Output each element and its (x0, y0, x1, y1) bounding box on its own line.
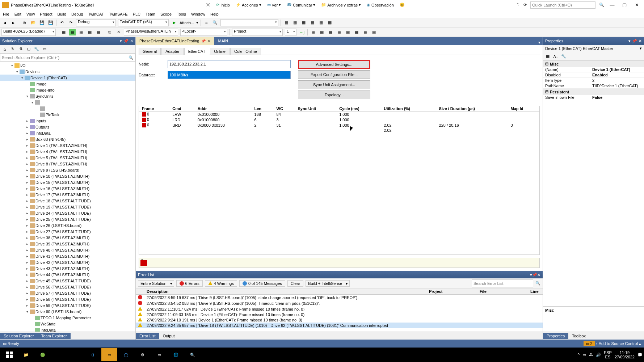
app-icon-1[interactable]: ▶ (51, 348, 67, 361)
tree-node[interactable]: ▸Drive 27 (TW.LSST.ALTITUDE) (0, 228, 135, 235)
tray-battery-icon[interactable]: ▭ (582, 353, 586, 357)
nav-fwd-icon[interactable]: ► (10, 20, 17, 26)
menu-project[interactable]: Project (40, 12, 52, 16)
attach-button[interactable]: Attach... (180, 21, 194, 25)
saveall-icon[interactable]: 💾 (47, 20, 54, 26)
tree-node[interactable]: ▸Inputs (0, 118, 135, 124)
ver-button[interactable]: ▭Ver▾ (265, 2, 283, 8)
tree-node[interactable]: ▾ (0, 99, 135, 105)
tray-up-icon[interactable]: ^ (578, 353, 580, 357)
tree-node[interactable]: ▸InfoData (0, 130, 135, 136)
scope-combo[interactable]: Project (232, 29, 283, 36)
menu-debug[interactable]: Debug (71, 12, 83, 16)
tab-toolbox[interactable]: Toolbox (568, 333, 589, 339)
error-row[interactable]: 27/09/2022 9:24:10 191 ms | Device 1 (Et… (136, 317, 543, 323)
datarate-input[interactable] (168, 71, 291, 79)
vscode-icon[interactable]: ⟨⟩ (85, 348, 101, 361)
prop-categorized-icon[interactable]: ▦ (544, 53, 551, 60)
error-pin-icon[interactable]: 📌 (532, 273, 537, 277)
explorer-icon[interactable]: 📁 (18, 348, 34, 361)
tab-ethercat[interactable]: EtherCAT (184, 48, 209, 55)
tb-d[interactable]: ▦ (309, 20, 316, 26)
tab-main[interactable]: MAIN (214, 37, 232, 45)
prop-cat-persistent[interactable]: ⊟Persistent (543, 89, 644, 95)
undo-icon[interactable]: ↶ (59, 20, 65, 26)
tree-node[interactable]: InfoData (0, 327, 135, 332)
tree-node[interactable]: ▸Drive 58 (TW.LSST.ALTITUDE) (0, 296, 135, 302)
tree-node[interactable]: PlcTask (0, 111, 135, 118)
redo-icon[interactable]: ↷ (67, 20, 74, 26)
find-combo[interactable] (220, 19, 278, 26)
tb-a[interactable]: ▦ (283, 20, 290, 26)
tree-node[interactable]: ▸Drive 57 (TW.LSST.ALTITUDE) (0, 290, 135, 296)
warnings-pill[interactable]: 4 Warnings (205, 280, 237, 287)
observacion-button[interactable]: ◉Observación (365, 2, 396, 8)
browser-icon[interactable]: 🌐 (168, 348, 184, 361)
config-combo[interactable]: Debug (76, 19, 116, 26)
netid-input[interactable] (168, 60, 291, 68)
tree-node[interactable]: ▸Drive 17 (TW.LSST.AZIMUTH) (0, 191, 135, 198)
start-icon[interactable]: ▶ (171, 20, 177, 26)
t2-c[interactable]: ▦ (78, 29, 84, 35)
tab-online[interactable]: Online (210, 48, 230, 55)
tree-node[interactable]: ▸Drive 39 (TW.LSST.AZIMUTH) (0, 241, 135, 247)
tree-node[interactable]: ▸Drive 4 (TW.LSST.AZIMUTH) (0, 148, 135, 155)
feedback-icon[interactable]: ⟳ (523, 3, 527, 7)
flag-icon[interactable]: ⚐ (516, 3, 520, 7)
step-b[interactable]: ▦ (319, 29, 325, 35)
menu-twinsafe[interactable]: TwinSAFE (109, 12, 127, 16)
prop-row[interactable]: Save in own FileFalse (543, 95, 644, 100)
tab-general[interactable]: General (139, 48, 161, 55)
build-intellisense-combo[interactable]: Build + IntelliSense (306, 280, 350, 287)
menu-tools[interactable]: Tools (177, 12, 186, 16)
tree-node[interactable]: ▸Drive 18 (TW.LSST.ALTITUDE) (0, 198, 135, 204)
prop-dropdown-icon[interactable]: ▾ (628, 39, 631, 43)
tree-node[interactable]: ▸Drive 8 (TW.LSST.AZIMUTH) (0, 161, 135, 167)
tb-e[interactable]: ▦ (318, 20, 324, 26)
se-refresh-icon[interactable]: ↻ (9, 46, 16, 52)
archivos-button[interactable]: 📁Archivos y extras▾ (319, 2, 363, 8)
prop-row[interactable]: PathNameTIID^Device 1 (EtherCAT) (543, 83, 644, 89)
magnify-icon[interactable]: 🔍 (185, 348, 201, 361)
error-row[interactable]: 27/09/2022 11:09:33 156 ms | Device 1 (E… (136, 312, 543, 317)
panel-dropdown-icon[interactable]: ▾ (120, 39, 122, 43)
menu-scope[interactable]: Scope (160, 12, 172, 16)
prop-close-icon[interactable]: ✕ (639, 39, 642, 43)
acciones-button[interactable]: ⚡Acciones▾ (233, 2, 264, 8)
tree-node[interactable]: TPDO 1 Mapping Parameter (0, 315, 135, 321)
error-scope-combo[interactable]: Entire Solution (138, 280, 174, 287)
t2-g[interactable]: ✕ (115, 29, 122, 35)
add-source-control[interactable]: ↑ Add to Source Control ▴ (596, 341, 641, 346)
step-g[interactable]: ▦ (362, 29, 369, 35)
t2-f[interactable]: ◎ (106, 29, 113, 35)
quick-launch-input[interactable] (530, 1, 595, 9)
se-prop-icon[interactable]: 🔧 (33, 46, 40, 52)
se-collapse-icon[interactable]: ⊟ (25, 46, 32, 52)
tray-volume-icon[interactable]: 🔊 (596, 353, 601, 357)
t2-d[interactable]: ▦ (87, 29, 93, 35)
step-e[interactable]: ▦ (345, 29, 351, 35)
prop-pages-icon[interactable]: 🔧 (560, 53, 567, 60)
tree-node[interactable]: Image-Info (0, 87, 135, 93)
tree-node[interactable]: WcState (0, 321, 135, 327)
target-combo[interactable]: <Local> (180, 29, 227, 36)
prop-cat-misc[interactable]: ⊟Misc (543, 61, 644, 67)
step-a[interactable]: ▦ (310, 29, 316, 35)
prop-alpha-icon[interactable]: A↓ (552, 53, 559, 60)
tree-node[interactable]: ▸Drive 10 (TW.LSST.AZIMUTH) (0, 173, 135, 179)
tree-node[interactable]: ▸Drive 43 (TW.LSST.AZIMUTH) (0, 265, 135, 272)
platform-combo[interactable]: TwinCAT RT (x64) (118, 19, 169, 26)
tab-output[interactable]: Output (159, 333, 178, 339)
tree-node[interactable]: ▸Drive 42 (TW.LSST.AZIMUTH) (0, 259, 135, 265)
tree-node[interactable]: ▾Drive 60 (LSST.HS.board) (0, 308, 135, 315)
tree-node[interactable]: ▾SyncUnits (0, 93, 135, 99)
export-config-button[interactable]: Export Configuration File... (298, 70, 370, 79)
tree-node[interactable]: ▸Drive 44 (TW.LSST.AZIMUTH) (0, 272, 135, 278)
prop-pin-icon[interactable]: 📌 (632, 39, 637, 43)
table-row[interactable]: 0BRD0x0000 0x01302311.0002.02228 / 20.16… (139, 122, 539, 128)
tree-node[interactable]: ▸Outputs (0, 124, 135, 130)
step-h[interactable]: ▦ (371, 29, 377, 35)
properties-subject[interactable]: Device 1 (EtherCAT) EtherCAT Master▾ (543, 45, 644, 52)
inicio-button[interactable]: ⟳Inicio (214, 2, 232, 8)
se-sync-icon[interactable]: ⇅ (17, 46, 24, 52)
